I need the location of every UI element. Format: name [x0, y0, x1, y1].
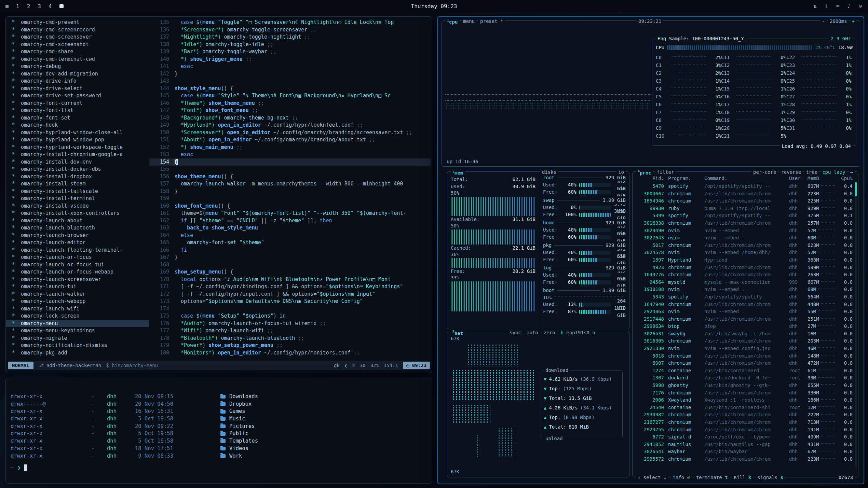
- directory-name[interactable]: Downloads: [220, 393, 258, 401]
- file-tree-item[interactable]: *omarchy-font-list: [6, 107, 149, 114]
- code-line[interactable]: 147 *Font*) show_font_menu ;;: [149, 107, 431, 114]
- proc-row[interactable]: 1654946chromium/usr/lib/chromium/chromdh…: [635, 197, 853, 205]
- proc-row[interactable]: 7176chromium/usr/lib/chromium/chromdhh33…: [635, 389, 853, 397]
- proc-row[interactable]: 3029490nvimnvim --embed .dhh57M0.0: [635, 227, 853, 235]
- code-line[interactable]: 170 local options="♪ Audio\n≋ Wifi\nᛒ Bl…: [149, 276, 431, 283]
- directory-name[interactable]: Templates: [220, 437, 258, 445]
- file-tree-item[interactable]: *omarchy-install-vscode: [6, 203, 149, 210]
- code-line[interactable]: 150 *Screensaver*) open_in_editor ~/.con…: [149, 129, 431, 137]
- file-tree-item[interactable]: *omarchy-hyprland-window-close-all: [6, 129, 149, 137]
- workspace-3[interactable]: 3: [38, 3, 41, 10]
- proc-hint-signals[interactable]: signals s: [756, 474, 785, 480]
- code-line[interactable]: 175 case $(menu "Setup" "$options") in: [149, 312, 431, 320]
- file-tree-item[interactable]: *omarchy-cmd-screenrecord: [6, 26, 149, 34]
- file-tree-item[interactable]: *omarchy-launch-wifi: [6, 305, 149, 313]
- code-line[interactable]: 144show_style_menu() {: [149, 85, 431, 93]
- code-line[interactable]: 169show_setup_menu() {: [149, 268, 431, 276]
- file-tree-item[interactable]: *omarchy-launch-walker: [6, 291, 149, 298]
- directory-name[interactable]: Pictures: [220, 423, 255, 430]
- launcher-grid-icon[interactable]: ▦: [5, 3, 9, 9]
- proc-row[interactable]: 5018chromium/usr/lib/chromium/chromdhh14…: [635, 352, 853, 360]
- code-line[interactable]: 138 *Idle*) omarchy-toggle-idle ;;: [149, 41, 431, 48]
- directory-name[interactable]: Videos: [220, 445, 248, 452]
- proc-row[interactable]: 2921330nvimnvim --embed config.jsodhh46M…: [635, 345, 853, 352]
- code-line[interactable]: 145 case $(menu "Style" "✎ Theme\nA Font…: [149, 92, 431, 100]
- interval-increase-button[interactable]: +: [850, 18, 856, 24]
- proc-row[interactable]: 3004667chromium/usr/lib/chromium/chromdh…: [635, 190, 853, 198]
- file-tree-item[interactable]: *omarchy-hyprland-window-pop: [6, 136, 149, 144]
- code-line[interactable]: 178 *Bluetooth*) omarchy-launch-bluetoot…: [149, 335, 431, 342]
- file-tree-item[interactable]: *omarchy-install-dropbox: [6, 173, 149, 181]
- workspace-1[interactable]: 1: [16, 3, 19, 10]
- code-line[interactable]: 173 options="$options\n▤ Defaults\n⊕ DNS…: [149, 298, 431, 305]
- audio-icon[interactable]: ♪: [847, 3, 851, 9]
- code-line[interactable]: 141 esac: [149, 63, 431, 70]
- code-line[interactable]: 164 else: [149, 232, 431, 239]
- code-line[interactable]: 157 omarchy-launch-walker -m menus:omarc…: [149, 180, 431, 188]
- proc-row[interactable]: 2167277chromium/usr/lib/chromium/chromdh…: [635, 419, 853, 426]
- file-tree-item[interactable]: *omarchy-cmd-screenshot: [6, 41, 149, 48]
- net-panel-title[interactable]: 3net: [451, 329, 465, 336]
- code-line[interactable]: 158}: [149, 188, 431, 195]
- disks-tab[interactable]: disks: [540, 169, 558, 175]
- proc-row[interactable]: 3016305chromium/usr/lib/chromium/chromdh…: [635, 337, 853, 345]
- net-auto-tab[interactable]: auto: [525, 330, 540, 336]
- code-line[interactable]: 162 if [[ "$theme" == "CNCLD" || -z "$th…: [149, 217, 431, 225]
- code-line[interactable]: 180 *Monitors*) open_in_editor ~/.config…: [149, 349, 431, 357]
- proc-row[interactable]: 2917448chromium/usr/lib/chromium/chromdh…: [635, 316, 853, 323]
- power-icon[interactable]: ⊙: [859, 3, 862, 9]
- net-interface[interactable]: b enp191s0 n: [559, 330, 597, 336]
- file-tree-item[interactable]: *omarchy-install-xbox-controllers: [6, 210, 149, 217]
- code-line[interactable]: 137 *Nightlight*) omarchy-toggle-nightli…: [149, 33, 431, 41]
- proc-row[interactable]: 5017chromium/usr/lib/chromium/chromdhh62…: [635, 242, 853, 249]
- shell-prompt[interactable]: ~ ❯: [11, 464, 429, 471]
- file-tree-item[interactable]: *omarchy-font-current: [6, 100, 149, 107]
- file-tree-item[interactable]: *omarchy-launch-floating-terminal-: [6, 247, 149, 254]
- proc-row[interactable]: 5343spotify/opt/spotify/spotifydhh564M0.…: [635, 293, 853, 301]
- proc-row[interactable]: 3024578nvimnvim --embed /home/dhh/dhh52M…: [635, 249, 853, 256]
- io-tab[interactable]: io: [616, 169, 626, 175]
- file-tree-item[interactable]: *omarchy-drive-set-password: [6, 92, 149, 100]
- file-tree-item[interactable]: *omarchy-install-tailscale: [6, 188, 149, 195]
- proc-row[interactable]: 2924063nvimnvim --embed .dhh55M0.0: [635, 308, 853, 316]
- code-line[interactable]: 160show_font_menu() {: [149, 203, 431, 210]
- proc-row[interactable]: 3026531swaybg/usr/bin/swaybg -i /homdhh1…: [635, 330, 853, 338]
- proc-row[interactable]: 6772signal-d/proc/self/exe --type=rdhh40…: [635, 433, 853, 441]
- interval-decrease-button[interactable]: -: [820, 18, 827, 24]
- file-tree-item[interactable]: *omarchy-launch-tui: [6, 283, 149, 291]
- file-tree-item[interactable]: *omarchy-install-dev-env: [6, 158, 149, 166]
- code-line[interactable]: 153 esac: [149, 151, 431, 158]
- proc-sort-next-icon[interactable]: →: [849, 169, 855, 175]
- file-tree-item[interactable]: *omarchy-drive-select: [6, 85, 149, 93]
- file-tree-item[interactable]: *omarchy-install-terminal: [6, 195, 149, 203]
- directory-name[interactable]: Games: [220, 408, 245, 415]
- file-tree-item[interactable]: *omarchy-hyprland-workspace-toggle: [6, 144, 149, 151]
- proc-row[interactable]: 5399spotify/opt/spotify/spotify --dhh375…: [635, 212, 853, 220]
- proc-row[interactable]: 2935572chromium/usr/lib/chromium/chromdh…: [635, 456, 853, 463]
- file-tree-item[interactable]: *omarchy-menu: [6, 320, 149, 327]
- proc-scrollbar[interactable]: [855, 182, 857, 467]
- proc-row[interactable]: 2941052nautilus/usr/bin/nautilus --gapdh…: [635, 441, 853, 448]
- net-zero-tab[interactable]: zero: [542, 330, 557, 336]
- code-line[interactable]: 167}: [149, 254, 431, 261]
- file-tree-item[interactable]: *omarchy-font-set: [6, 114, 149, 122]
- file-tree-item[interactable]: *omarchy-pkg-add: [6, 349, 149, 357]
- file-tree-item[interactable]: *omarchy-launch-about: [6, 217, 149, 225]
- code-line[interactable]: 161 theme=$(menu "Font" "$(omarchy-font-…: [149, 210, 431, 217]
- file-tree-item[interactable]: *omarchy-launch-editor: [6, 239, 149, 247]
- proc-row[interactable]: 1649776chromium/usr/lib/chromium/chromdh…: [635, 271, 853, 279]
- file-tree-item[interactable]: *omarchy-install-chromium-google-a: [6, 151, 149, 158]
- proc-hint-kill[interactable]: Kill k: [732, 474, 753, 480]
- code-line[interactable]: 149 *Hyprland*) open_in_editor ~/.config…: [149, 122, 431, 129]
- workspace-2[interactable]: 2: [27, 3, 30, 10]
- proc-panel-title[interactable]: 4proc: [636, 168, 653, 176]
- proc-row[interactable]: 3026541waybar/usr/bin/waybardhh67M0.0: [635, 448, 853, 456]
- file-tree-item[interactable]: *omarchy-menu-keybindings: [6, 327, 149, 335]
- file-tree-item[interactable]: *omarchy-hook: [6, 122, 149, 129]
- code-line[interactable]: 166 fi: [149, 247, 431, 254]
- mem-panel-title[interactable]: 2mem: [451, 168, 465, 176]
- file-tree-item[interactable]: *omarchy-cmd-present: [6, 19, 149, 26]
- code-line[interactable]: 154}: [149, 158, 431, 166]
- proc-row[interactable]: 4923chromium/usr/lib/chromium/chromdhh59…: [635, 264, 853, 271]
- file-tree-item[interactable]: *omarchy-dev-add-migration: [6, 70, 149, 78]
